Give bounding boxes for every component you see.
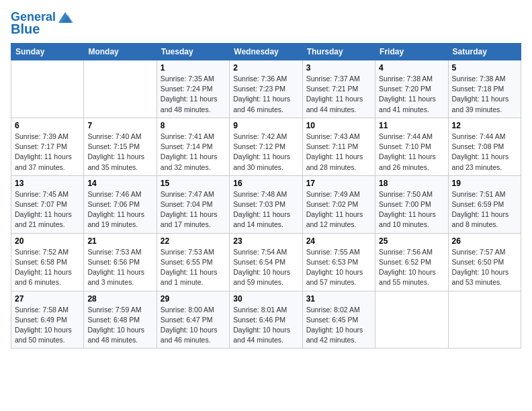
logo-blue: Blue bbox=[11, 21, 40, 36]
day-number: 2 bbox=[233, 63, 298, 73]
day-info: Sunrise: 7:35 AMSunset: 7:24 PMDaylight:… bbox=[161, 74, 226, 115]
calendar-cell: 28Sunrise: 7:59 AMSunset: 6:48 PMDayligh… bbox=[84, 291, 157, 349]
calendar-cell: 4Sunrise: 7:38 AMSunset: 7:20 PMDaylight… bbox=[375, 60, 448, 118]
calendar-cell: 16Sunrise: 7:48 AMSunset: 7:03 PMDayligh… bbox=[230, 175, 302, 233]
calendar-cell: 22Sunrise: 7:53 AMSunset: 6:55 PMDayligh… bbox=[157, 233, 229, 291]
calendar-cell: 6Sunrise: 7:39 AMSunset: 7:17 PMDaylight… bbox=[11, 118, 84, 175]
day-info: Sunrise: 8:00 AMSunset: 6:47 PMDaylight:… bbox=[161, 305, 226, 346]
calendar-cell: 14Sunrise: 7:46 AMSunset: 7:06 PMDayligh… bbox=[84, 175, 157, 233]
calendar-cell: 10Sunrise: 7:43 AMSunset: 7:11 PMDayligh… bbox=[302, 118, 375, 175]
day-number: 30 bbox=[233, 294, 298, 304]
day-number: 6 bbox=[15, 121, 80, 130]
calendar-cell: 9Sunrise: 7:42 AMSunset: 7:12 PMDaylight… bbox=[230, 118, 302, 175]
calendar-cell: 19Sunrise: 7:51 AMSunset: 6:59 PMDayligh… bbox=[448, 175, 521, 233]
day-number: 7 bbox=[87, 121, 152, 130]
day-info: Sunrise: 7:50 AMSunset: 7:00 PMDaylight:… bbox=[379, 189, 444, 230]
col-header-tuesday: Tuesday bbox=[157, 44, 229, 60]
logo-icon bbox=[56, 11, 75, 24]
calendar-cell: 13Sunrise: 7:45 AMSunset: 7:07 PMDayligh… bbox=[11, 175, 84, 233]
day-info: Sunrise: 8:01 AMSunset: 6:46 PMDaylight:… bbox=[233, 305, 298, 346]
day-number: 18 bbox=[379, 179, 444, 188]
calendar-cell: 29Sunrise: 8:00 AMSunset: 6:47 PMDayligh… bbox=[157, 291, 229, 349]
calendar-cell bbox=[84, 60, 157, 118]
day-number: 25 bbox=[379, 236, 444, 246]
calendar-cell: 25Sunrise: 7:56 AMSunset: 6:52 PMDayligh… bbox=[375, 233, 448, 291]
day-number: 20 bbox=[15, 236, 80, 246]
day-number: 16 bbox=[233, 179, 298, 188]
calendar-cell: 20Sunrise: 7:52 AMSunset: 6:58 PMDayligh… bbox=[11, 233, 84, 291]
day-info: Sunrise: 7:44 AMSunset: 7:10 PMDaylight:… bbox=[379, 132, 444, 173]
calendar-cell: 17Sunrise: 7:49 AMSunset: 7:02 PMDayligh… bbox=[302, 175, 375, 233]
day-number: 14 bbox=[87, 179, 152, 188]
day-info: Sunrise: 7:39 AMSunset: 7:17 PMDaylight:… bbox=[15, 132, 80, 173]
day-number: 31 bbox=[306, 294, 371, 304]
calendar-cell: 24Sunrise: 7:55 AMSunset: 6:53 PMDayligh… bbox=[302, 233, 375, 291]
day-info: Sunrise: 7:43 AMSunset: 7:11 PMDaylight:… bbox=[306, 132, 371, 173]
calendar-cell: 23Sunrise: 7:54 AMSunset: 6:54 PMDayligh… bbox=[230, 233, 302, 291]
day-number: 26 bbox=[452, 236, 517, 246]
day-info: Sunrise: 7:37 AMSunset: 7:21 PMDaylight:… bbox=[306, 74, 371, 115]
calendar-cell: 8Sunrise: 7:41 AMSunset: 7:14 PMDaylight… bbox=[157, 118, 229, 175]
day-number: 27 bbox=[15, 294, 80, 304]
day-number: 5 bbox=[452, 63, 517, 73]
day-number: 13 bbox=[15, 179, 80, 188]
day-info: Sunrise: 7:48 AMSunset: 7:03 PMDaylight:… bbox=[233, 189, 298, 230]
day-number: 4 bbox=[379, 63, 444, 73]
day-info: Sunrise: 7:49 AMSunset: 7:02 PMDaylight:… bbox=[306, 189, 371, 230]
calendar-cell: 30Sunrise: 8:01 AMSunset: 6:46 PMDayligh… bbox=[230, 291, 302, 349]
page-header: General Blue bbox=[11, 11, 521, 36]
day-info: Sunrise: 7:55 AMSunset: 6:53 PMDaylight:… bbox=[306, 247, 371, 288]
logo: General Blue bbox=[11, 11, 75, 36]
day-info: Sunrise: 7:58 AMSunset: 6:49 PMDaylight:… bbox=[15, 305, 80, 346]
day-info: Sunrise: 7:52 AMSunset: 6:58 PMDaylight:… bbox=[15, 247, 80, 288]
day-info: Sunrise: 7:53 AMSunset: 6:56 PMDaylight:… bbox=[87, 247, 152, 288]
day-number: 22 bbox=[161, 236, 226, 246]
day-number: 9 bbox=[233, 121, 298, 130]
day-number: 23 bbox=[233, 236, 298, 246]
calendar-cell: 27Sunrise: 7:58 AMSunset: 6:49 PMDayligh… bbox=[11, 291, 84, 349]
calendar-cell: 3Sunrise: 7:37 AMSunset: 7:21 PMDaylight… bbox=[302, 60, 375, 118]
col-header-wednesday: Wednesday bbox=[230, 44, 302, 60]
day-info: Sunrise: 7:53 AMSunset: 6:55 PMDaylight:… bbox=[161, 247, 226, 288]
day-info: Sunrise: 8:02 AMSunset: 6:45 PMDaylight:… bbox=[306, 305, 371, 346]
calendar-cell: 1Sunrise: 7:35 AMSunset: 7:24 PMDaylight… bbox=[157, 60, 229, 118]
day-info: Sunrise: 7:45 AMSunset: 7:07 PMDaylight:… bbox=[15, 189, 80, 230]
day-number: 8 bbox=[161, 121, 226, 130]
day-number: 1 bbox=[161, 63, 226, 73]
day-info: Sunrise: 7:59 AMSunset: 6:48 PMDaylight:… bbox=[87, 305, 152, 346]
day-info: Sunrise: 7:57 AMSunset: 6:50 PMDaylight:… bbox=[452, 247, 517, 288]
day-number: 11 bbox=[379, 121, 444, 130]
day-number: 17 bbox=[306, 179, 371, 188]
col-header-thursday: Thursday bbox=[302, 44, 375, 60]
calendar-cell: 5Sunrise: 7:38 AMSunset: 7:18 PMDaylight… bbox=[448, 60, 521, 118]
calendar-cell bbox=[448, 291, 521, 349]
day-number: 3 bbox=[306, 63, 371, 73]
calendar-cell: 18Sunrise: 7:50 AMSunset: 7:00 PMDayligh… bbox=[375, 175, 448, 233]
calendar-cell: 2Sunrise: 7:36 AMSunset: 7:23 PMDaylight… bbox=[230, 60, 302, 118]
calendar-cell: 7Sunrise: 7:40 AMSunset: 7:15 PMDaylight… bbox=[84, 118, 157, 175]
calendar-cell: 12Sunrise: 7:44 AMSunset: 7:08 PMDayligh… bbox=[448, 118, 521, 175]
col-header-monday: Monday bbox=[84, 44, 157, 60]
day-info: Sunrise: 7:36 AMSunset: 7:23 PMDaylight:… bbox=[233, 74, 298, 115]
day-info: Sunrise: 7:38 AMSunset: 7:18 PMDaylight:… bbox=[452, 74, 517, 115]
day-number: 10 bbox=[306, 121, 371, 130]
day-info: Sunrise: 7:44 AMSunset: 7:08 PMDaylight:… bbox=[452, 132, 517, 173]
calendar-table: SundayMondayTuesdayWednesdayThursdayFrid… bbox=[11, 43, 521, 349]
day-info: Sunrise: 7:51 AMSunset: 6:59 PMDaylight:… bbox=[452, 189, 517, 230]
calendar-cell bbox=[375, 291, 448, 349]
calendar-cell: 21Sunrise: 7:53 AMSunset: 6:56 PMDayligh… bbox=[84, 233, 157, 291]
day-info: Sunrise: 7:46 AMSunset: 7:06 PMDaylight:… bbox=[87, 189, 152, 230]
day-number: 24 bbox=[306, 236, 371, 246]
calendar-cell: 26Sunrise: 7:57 AMSunset: 6:50 PMDayligh… bbox=[448, 233, 521, 291]
day-number: 12 bbox=[452, 121, 517, 130]
col-header-friday: Friday bbox=[375, 44, 448, 60]
day-info: Sunrise: 7:40 AMSunset: 7:15 PMDaylight:… bbox=[87, 132, 152, 173]
day-number: 19 bbox=[452, 179, 517, 188]
day-info: Sunrise: 7:56 AMSunset: 6:52 PMDaylight:… bbox=[379, 247, 444, 288]
day-info: Sunrise: 7:38 AMSunset: 7:20 PMDaylight:… bbox=[379, 74, 444, 115]
day-number: 21 bbox=[87, 236, 152, 246]
col-header-saturday: Saturday bbox=[448, 44, 521, 60]
calendar-cell: 31Sunrise: 8:02 AMSunset: 6:45 PMDayligh… bbox=[302, 291, 375, 349]
calendar-cell bbox=[11, 60, 84, 118]
day-number: 28 bbox=[87, 294, 152, 304]
